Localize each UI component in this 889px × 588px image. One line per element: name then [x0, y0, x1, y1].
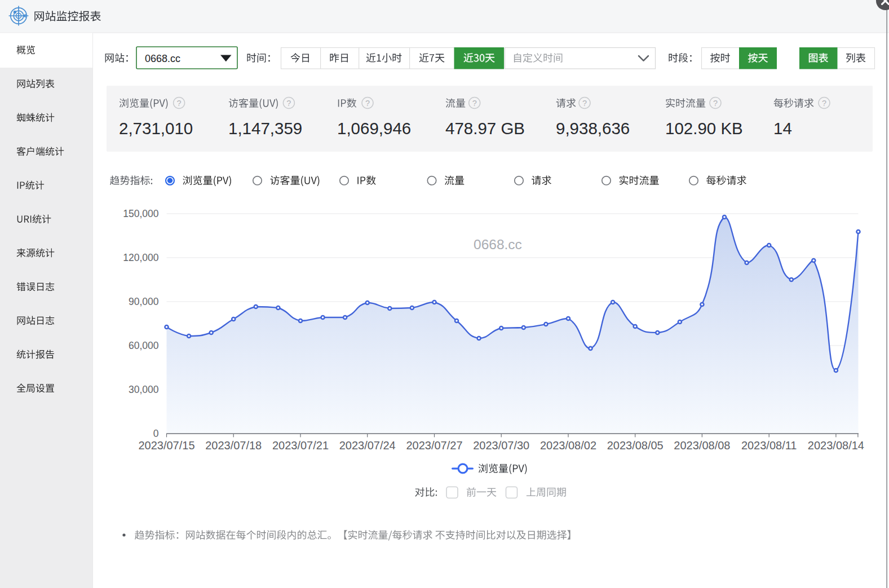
svg-text:60,000: 60,000: [129, 340, 159, 351]
svg-text:?: ?: [713, 99, 718, 108]
svg-text:9,938,636: 9,938,636: [556, 119, 630, 138]
svg-text:2,731,010: 2,731,010: [119, 119, 193, 138]
svg-text:2023/07/27: 2023/07/27: [406, 439, 462, 452]
svg-text:120,000: 120,000: [123, 252, 159, 263]
svg-text:102.90 KB: 102.90 KB: [665, 119, 743, 138]
svg-text:2023/08/14: 2023/08/14: [808, 439, 864, 452]
svg-text:?: ?: [822, 99, 826, 108]
svg-text:2023/07/18: 2023/07/18: [205, 439, 262, 452]
svg-text:2023/08/02: 2023/08/02: [540, 439, 596, 452]
svg-text:?: ?: [472, 99, 477, 108]
svg-text:0668.cc: 0668.cc: [474, 237, 522, 252]
svg-text:14: 14: [773, 119, 792, 138]
svg-text:1,069,946: 1,069,946: [337, 119, 411, 138]
svg-text:?: ?: [177, 99, 182, 108]
svg-text:0: 0: [153, 428, 159, 439]
svg-text:2023/08/08: 2023/08/08: [674, 439, 730, 452]
svg-text:?: ?: [365, 99, 370, 108]
svg-text:90,000: 90,000: [129, 296, 159, 307]
svg-text:?: ?: [582, 99, 587, 108]
svg-text:2023/07/30: 2023/07/30: [473, 439, 529, 452]
svg-text:30,000: 30,000: [129, 384, 159, 395]
svg-text:1,147,359: 1,147,359: [228, 119, 302, 138]
svg-text:2023/08/05: 2023/08/05: [607, 439, 664, 452]
svg-text:2023/07/24: 2023/07/24: [339, 439, 396, 452]
svg-text:478.97 GB: 478.97 GB: [445, 119, 525, 138]
svg-text:2023/08/11: 2023/08/11: [741, 439, 797, 452]
svg-text:150,000: 150,000: [123, 208, 159, 219]
svg-text:0668.cc: 0668.cc: [145, 53, 180, 64]
svg-text:2023/07/15: 2023/07/15: [138, 439, 194, 452]
svg-text:2023/07/21: 2023/07/21: [272, 439, 329, 452]
svg-text:?: ?: [286, 99, 291, 108]
